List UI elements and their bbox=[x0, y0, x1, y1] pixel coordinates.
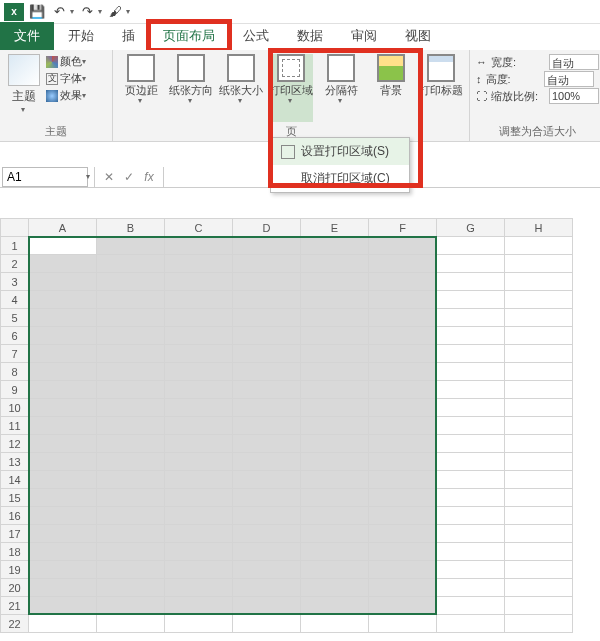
cell[interactable] bbox=[97, 471, 165, 489]
row-header[interactable]: 11 bbox=[1, 417, 29, 435]
tab-file[interactable]: 文件 bbox=[0, 22, 54, 50]
cell[interactable] bbox=[301, 471, 369, 489]
cell[interactable] bbox=[97, 543, 165, 561]
colors-button[interactable]: 颜色▾ bbox=[46, 54, 106, 69]
cell[interactable] bbox=[369, 525, 437, 543]
cell[interactable] bbox=[437, 597, 505, 615]
scale-value[interactable]: 100% bbox=[549, 88, 599, 104]
cell[interactable] bbox=[301, 291, 369, 309]
cell[interactable] bbox=[165, 597, 233, 615]
cell[interactable] bbox=[165, 435, 233, 453]
cell[interactable] bbox=[369, 237, 437, 255]
cell[interactable] bbox=[437, 255, 505, 273]
cell[interactable] bbox=[437, 417, 505, 435]
cell[interactable] bbox=[437, 363, 505, 381]
col-header[interactable]: A bbox=[29, 219, 97, 237]
col-header[interactable]: H bbox=[505, 219, 573, 237]
cell[interactable] bbox=[505, 561, 573, 579]
cell[interactable] bbox=[165, 507, 233, 525]
cell[interactable] bbox=[437, 453, 505, 471]
qat-more-dropdown[interactable]: ▾ bbox=[126, 7, 130, 16]
cell[interactable] bbox=[97, 507, 165, 525]
cell[interactable] bbox=[233, 543, 301, 561]
cell[interactable] bbox=[505, 471, 573, 489]
cell[interactable] bbox=[29, 273, 97, 291]
cell[interactable] bbox=[233, 399, 301, 417]
tab-view[interactable]: 视图 bbox=[391, 22, 445, 50]
cell[interactable] bbox=[369, 345, 437, 363]
themes-button[interactable]: 主题 ▾ bbox=[6, 54, 42, 114]
cell[interactable] bbox=[369, 543, 437, 561]
cell[interactable] bbox=[369, 309, 437, 327]
cell[interactable] bbox=[505, 327, 573, 345]
cell[interactable] bbox=[29, 507, 97, 525]
cell[interactable] bbox=[97, 597, 165, 615]
cell[interactable] bbox=[233, 561, 301, 579]
cell[interactable] bbox=[29, 561, 97, 579]
row-header[interactable]: 4 bbox=[1, 291, 29, 309]
cell[interactable] bbox=[301, 399, 369, 417]
cell[interactable] bbox=[233, 309, 301, 327]
cell[interactable] bbox=[505, 399, 573, 417]
cell[interactable] bbox=[301, 345, 369, 363]
cell[interactable] bbox=[505, 615, 573, 633]
select-all-cell[interactable] bbox=[1, 219, 29, 237]
cell[interactable] bbox=[505, 579, 573, 597]
cell[interactable] bbox=[165, 561, 233, 579]
cell[interactable] bbox=[437, 327, 505, 345]
cell[interactable] bbox=[97, 237, 165, 255]
cell[interactable] bbox=[505, 273, 573, 291]
cell[interactable] bbox=[505, 453, 573, 471]
cell[interactable] bbox=[301, 255, 369, 273]
cell[interactable] bbox=[369, 471, 437, 489]
cell[interactable] bbox=[437, 543, 505, 561]
cell[interactable] bbox=[505, 237, 573, 255]
cell[interactable] bbox=[505, 435, 573, 453]
row-header[interactable]: 16 bbox=[1, 507, 29, 525]
tab-insert[interactable]: 插 bbox=[108, 22, 149, 50]
cell[interactable] bbox=[165, 525, 233, 543]
cell[interactable] bbox=[301, 543, 369, 561]
redo-dropdown[interactable]: ▾ bbox=[98, 7, 102, 16]
cell[interactable] bbox=[165, 309, 233, 327]
cell[interactable] bbox=[437, 273, 505, 291]
col-header[interactable]: E bbox=[301, 219, 369, 237]
cell[interactable] bbox=[165, 363, 233, 381]
cell[interactable] bbox=[301, 453, 369, 471]
cell[interactable] bbox=[97, 579, 165, 597]
cell[interactable] bbox=[233, 615, 301, 633]
cell[interactable] bbox=[165, 489, 233, 507]
row-header[interactable]: 14 bbox=[1, 471, 29, 489]
col-header[interactable]: D bbox=[233, 219, 301, 237]
cell[interactable] bbox=[233, 453, 301, 471]
cell[interactable] bbox=[165, 417, 233, 435]
cell[interactable] bbox=[97, 399, 165, 417]
cell[interactable] bbox=[29, 525, 97, 543]
cell[interactable] bbox=[29, 291, 97, 309]
cell[interactable] bbox=[29, 597, 97, 615]
effects-button[interactable]: 效果▾ bbox=[46, 88, 106, 103]
cell[interactable] bbox=[437, 435, 505, 453]
spreadsheet-grid[interactable]: ABCDEFGH12345678910111213141516171819202… bbox=[0, 218, 600, 633]
cell[interactable] bbox=[97, 489, 165, 507]
row-header[interactable]: 5 bbox=[1, 309, 29, 327]
cell[interactable] bbox=[29, 345, 97, 363]
fonts-button[interactable]: 文字体▾ bbox=[46, 71, 106, 86]
row-header[interactable]: 2 bbox=[1, 255, 29, 273]
cell[interactable] bbox=[165, 543, 233, 561]
cell[interactable] bbox=[301, 507, 369, 525]
cell[interactable] bbox=[29, 453, 97, 471]
cell[interactable] bbox=[369, 291, 437, 309]
cell[interactable] bbox=[233, 525, 301, 543]
cell[interactable] bbox=[97, 453, 165, 471]
cell[interactable] bbox=[165, 453, 233, 471]
cell[interactable] bbox=[29, 471, 97, 489]
cell[interactable] bbox=[301, 561, 369, 579]
cell[interactable] bbox=[301, 489, 369, 507]
cell[interactable] bbox=[97, 327, 165, 345]
row-header[interactable]: 15 bbox=[1, 489, 29, 507]
themes-dropdown[interactable]: ▾ bbox=[4, 105, 42, 114]
cell[interactable] bbox=[233, 579, 301, 597]
cell[interactable] bbox=[437, 561, 505, 579]
cell[interactable] bbox=[369, 381, 437, 399]
